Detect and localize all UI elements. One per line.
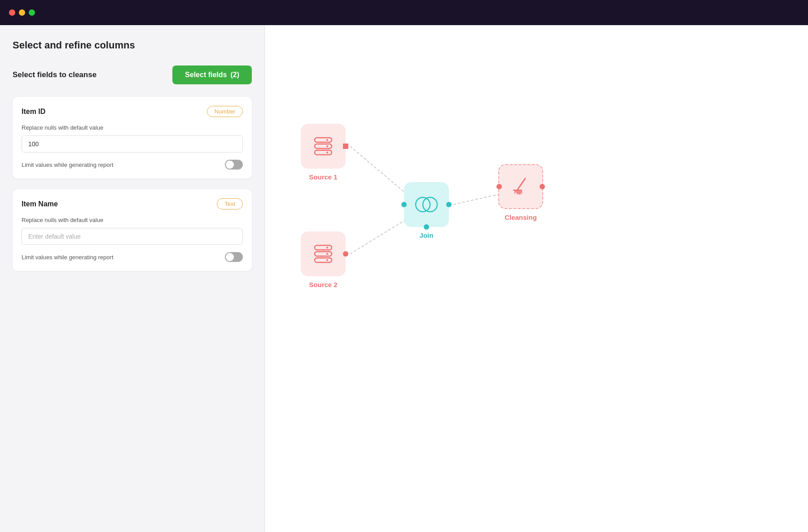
node-box-source1	[301, 124, 346, 169]
field-type-badge-number: Number	[207, 106, 243, 117]
main-layout: Select and refine columns Select fields …	[0, 25, 808, 532]
svg-line-0	[350, 146, 408, 196]
svg-point-14	[326, 259, 328, 261]
limit-row-0: Limit values while generating report	[22, 160, 243, 170]
svg-line-1	[350, 218, 408, 254]
svg-point-8	[326, 152, 328, 153]
svg-point-12	[326, 247, 328, 249]
node-cleansing[interactable]: Cleansing	[498, 164, 543, 221]
field-header-item-name: Item Name Text	[22, 198, 243, 209]
node-box-source2	[301, 231, 346, 276]
default-value-input-item-id[interactable]	[22, 135, 243, 153]
node-join[interactable]: Join	[404, 182, 449, 239]
svg-point-6	[326, 139, 328, 141]
item-name-section: Item Name Text Replace nulls with defaul…	[13, 189, 252, 271]
default-value-input-item-name[interactable]	[22, 228, 243, 245]
node-box-cleansing	[498, 164, 543, 209]
title-bar	[0, 0, 808, 25]
field-type-badge-text: Text	[217, 198, 243, 209]
source1-icon	[311, 134, 335, 158]
source2-label: Source 2	[309, 281, 337, 288]
field-name-item-name: Item Name	[22, 200, 58, 208]
source2-icon	[311, 242, 335, 266]
cleansing-icon	[508, 174, 533, 199]
join-icon	[413, 195, 440, 214]
item-id-section: Item ID Number Replace nulls with defaul…	[13, 97, 252, 179]
svg-line-19	[514, 191, 515, 194]
node-source1[interactable]: Source 1	[301, 124, 346, 181]
field-header-item-id: Item ID Number	[22, 106, 243, 117]
limit-label-0: Limit values while generating report	[22, 161, 114, 168]
connections-svg	[265, 25, 808, 532]
cleansing-label: Cleansing	[505, 214, 537, 221]
right-panel: Source 1 Source 2	[265, 25, 808, 532]
limit-toggle-1[interactable]	[225, 252, 243, 262]
svg-line-21	[519, 192, 519, 195]
limit-toggle-0[interactable]	[225, 160, 243, 170]
dot-yellow[interactable]	[19, 9, 25, 16]
svg-rect-5	[315, 150, 332, 155]
dot-green[interactable]	[29, 9, 35, 16]
source1-label: Source 1	[309, 173, 337, 181]
svg-rect-10	[315, 252, 332, 256]
left-panel: Select and refine columns Select fields …	[0, 25, 265, 532]
svg-line-2	[453, 193, 503, 205]
dot-red[interactable]	[9, 9, 15, 16]
svg-rect-9	[315, 245, 332, 250]
svg-rect-3	[315, 138, 332, 142]
svg-rect-4	[315, 144, 332, 148]
node-source2[interactable]: Source 2	[301, 231, 346, 288]
select-fields-row: Select fields to cleanse Select fields (…	[13, 65, 252, 84]
diagram-area: Source 1 Source 2	[265, 25, 808, 532]
replace-nulls-label-1: Replace nulls with default value	[22, 217, 243, 223]
node-box-join	[404, 182, 449, 227]
svg-line-17	[517, 179, 525, 190]
limit-row-1: Limit values while generating report	[22, 252, 243, 262]
svg-point-7	[326, 145, 328, 147]
select-fields-to-cleanse-label: Select fields to cleanse	[13, 70, 97, 79]
select-fields-button[interactable]: Select fields (2)	[172, 65, 252, 84]
page-title: Select and refine columns	[13, 39, 252, 51]
field-name-item-id: Item ID	[22, 108, 45, 116]
svg-point-13	[326, 253, 328, 255]
join-label: Join	[420, 231, 434, 239]
replace-nulls-label-0: Replace nulls with default value	[22, 124, 243, 131]
limit-label-1: Limit values while generating report	[22, 254, 114, 261]
svg-rect-11	[315, 258, 332, 262]
